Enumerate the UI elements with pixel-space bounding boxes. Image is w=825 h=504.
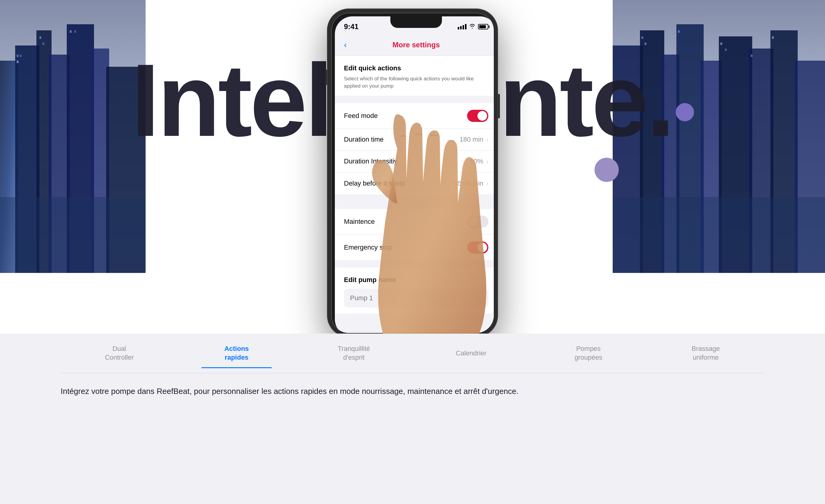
delay-starts-text: 05:00 min	[454, 179, 483, 187]
signal-bar-4	[465, 24, 466, 29]
svg-rect-15	[0, 197, 146, 273]
duration-intensity-chevron: ›	[486, 158, 488, 165]
tab-brassage-uniforme-label: Brassageuniforme	[691, 344, 720, 362]
phone-frame: 9:41	[327, 9, 498, 334]
delay-starts-label: Delay before it starts	[344, 179, 405, 187]
nav-bar: ‹ More settings	[335, 34, 498, 56]
svg-rect-29	[720, 43, 722, 45]
tab-tranquillite-label: Tranquillitéd'esprit	[338, 344, 370, 362]
bottom-section: DualController Actionsrapides Tranquilli…	[0, 334, 825, 504]
tab-dual-controller-label: DualController	[105, 344, 134, 362]
tab-actions-rapides-label: Actionsrapides	[224, 344, 249, 362]
city-background-right	[613, 0, 825, 273]
duration-intensity-value: 50% ›	[470, 157, 488, 165]
svg-rect-8	[17, 55, 18, 57]
emergency-stop-row[interactable]: Emergency stop	[335, 235, 498, 260]
feed-mode-toggle[interactable]	[467, 110, 488, 122]
maintence-label: Maintence	[344, 218, 375, 226]
svg-rect-9	[20, 55, 21, 57]
back-button[interactable]: ‹	[344, 40, 347, 50]
duration-time-value: 180 min ›	[459, 136, 488, 144]
tab-navigation: DualController Actionsrapides Tranquilli…	[0, 334, 825, 373]
feed-mode-row[interactable]: Feed mode	[335, 103, 498, 129]
tab-calendrier[interactable]: Calendrier	[412, 343, 530, 364]
signal-bar-3	[462, 25, 464, 29]
delay-starts-row[interactable]: Delay before it starts 05:00 min ›	[335, 173, 498, 194]
emergency-stop-toggle-knob	[477, 243, 487, 252]
duration-intensity-label: Duration Intensitiy	[344, 157, 397, 165]
svg-rect-31	[751, 55, 752, 57]
wifi-icon	[469, 23, 475, 30]
settings-group-1: Feed mode Duration time 180 min	[335, 103, 498, 194]
divider-1	[335, 194, 498, 202]
phone-wrapper: 9:41	[327, 9, 498, 334]
tab-pompes-groupees[interactable]: Pompesgroupées	[530, 338, 647, 368]
svg-rect-28	[678, 30, 680, 33]
delay-starts-value: 05:00 min ›	[454, 179, 488, 187]
delay-starts-chevron: ›	[486, 180, 488, 187]
svg-rect-12	[43, 43, 44, 45]
pump-name-input[interactable]	[344, 289, 488, 308]
maintence-row[interactable]: Maintence	[335, 209, 498, 235]
maintence-toggle-knob	[468, 217, 478, 227]
tab-pompes-groupees-label: Pompesgroupées	[575, 344, 602, 362]
svg-rect-33	[613, 197, 825, 273]
signal-bar-1	[458, 27, 459, 29]
signal-bars	[458, 24, 466, 29]
svg-rect-26	[642, 36, 643, 39]
svg-rect-30	[725, 49, 727, 51]
purple-dot-accent	[595, 158, 619, 182]
maintence-toggle[interactable]	[467, 216, 488, 228]
duration-intensity-text: 50%	[470, 157, 483, 165]
power-button-right	[498, 94, 500, 118]
svg-rect-10	[17, 61, 18, 63]
feed-mode-label: Feed mode	[344, 112, 378, 120]
tab-actions-rapides[interactable]: Actionsrapides	[178, 338, 295, 368]
volume-button-left	[325, 70, 327, 85]
background-top: Intelligente. 9:41	[0, 0, 825, 334]
svg-rect-11	[40, 36, 41, 39]
city-background-left	[0, 0, 146, 273]
duration-time-label: Duration time	[344, 136, 384, 144]
section-description: Select which of the following quick acti…	[344, 75, 488, 90]
battery-fill	[479, 25, 486, 28]
svg-rect-27	[645, 43, 646, 45]
settings-group-2: Maintence Emergency stop	[335, 209, 498, 260]
emergency-stop-label: Emergency stop	[344, 244, 392, 251]
tab-tranquillite[interactable]: Tranquillitéd'esprit	[295, 338, 412, 368]
status-icons	[458, 23, 488, 30]
phone-notch	[390, 16, 442, 28]
status-time: 9:41	[344, 22, 359, 31]
signal-bar-2	[460, 26, 462, 29]
section-header: Edit quick actions Select which of the f…	[335, 56, 498, 96]
phone-container: 9:41	[327, 9, 498, 334]
tab-dual-controller[interactable]: DualController	[61, 338, 178, 368]
nav-title: More settings	[392, 40, 440, 49]
phone-screen: 9:41	[335, 16, 498, 334]
duration-time-text: 180 min	[459, 136, 483, 144]
tab-brassage-uniforme[interactable]: Brassageuniforme	[647, 338, 764, 368]
feed-mode-toggle-knob	[477, 111, 487, 121]
section-title: Edit quick actions	[344, 64, 488, 72]
duration-time-chevron: ›	[486, 136, 488, 143]
battery-icon	[478, 24, 488, 29]
svg-rect-32	[772, 36, 774, 39]
emergency-stop-toggle[interactable]	[467, 241, 488, 254]
tab-calendrier-label: Calendrier	[456, 349, 487, 358]
duration-intensity-row[interactable]: Duration Intensitiy 50% ›	[335, 151, 498, 173]
pump-name-title: Edit pump name	[344, 276, 488, 284]
pump-name-section: Edit pump name	[335, 267, 498, 314]
divider-2	[335, 260, 498, 267]
svg-rect-13	[70, 30, 72, 33]
duration-time-row[interactable]: Duration time 180 min ›	[335, 129, 498, 151]
screen-content[interactable]: Edit quick actions Select which of the f…	[335, 56, 498, 334]
svg-rect-14	[74, 30, 76, 33]
description-text: Intégrez votre pompe dans ReefBeat, pour…	[61, 385, 764, 398]
tab-active-indicator	[202, 367, 272, 368]
